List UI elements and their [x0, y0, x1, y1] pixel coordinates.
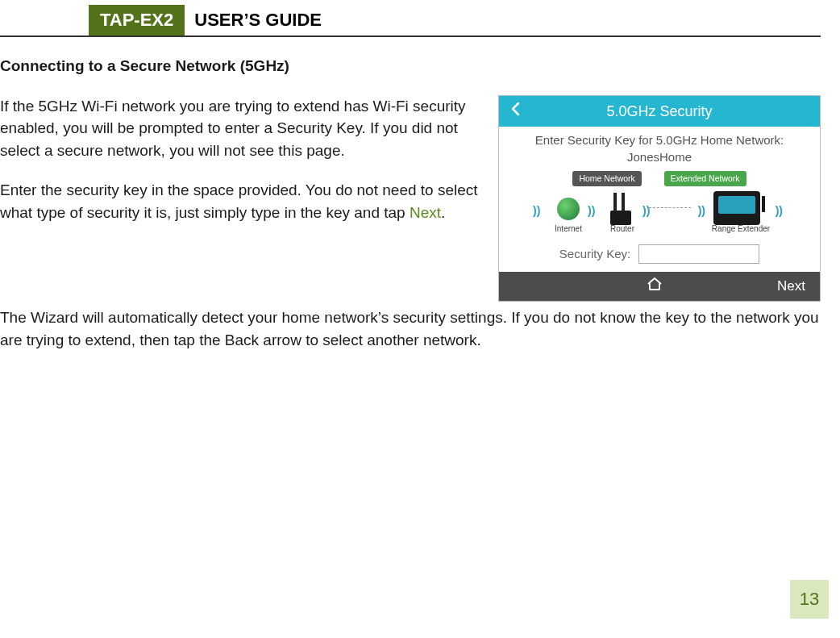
label-internet: Internet: [547, 223, 589, 236]
tag-home-network: Home Network: [572, 171, 641, 186]
internet-icon: [557, 198, 580, 220]
paragraph-2: Enter the security key in the space prov…: [0, 179, 482, 223]
screenshot-header: 5.0GHz Security: [499, 96, 820, 127]
back-icon[interactable]: [499, 99, 531, 123]
extender-icon: [713, 191, 760, 225]
page-number: 13: [790, 580, 829, 619]
connection-line: [649, 207, 691, 208]
next-word: Next: [410, 204, 441, 221]
signal-icon: )): [533, 202, 540, 219]
prompt-network-name: JonesHome: [507, 148, 812, 166]
paragraph-1: If the 5GHz Wi-Fi network you are trying…: [0, 95, 482, 162]
security-key-label: Security Key:: [559, 245, 630, 263]
tag-extended-network: Extended Network: [664, 171, 746, 186]
page-content: Connecting to a Secure Network (5GHz) If…: [0, 37, 840, 351]
network-diagram: )) )) )) )) )) Internet Router Range Ext…: [507, 188, 812, 240]
screenshot-title: 5.0GHz Security: [499, 101, 820, 122]
doc-title: USER’S GUIDE: [185, 5, 322, 35]
security-key-row: Security Key:: [499, 240, 820, 272]
section-title: Connecting to a Secure Network (5GHz): [0, 55, 821, 77]
label-router: Router: [602, 223, 642, 236]
screenshot-footer: Next: [499, 272, 820, 301]
paragraph-2b: .: [441, 204, 445, 221]
label-range-extender: Range Extender: [701, 223, 781, 236]
signal-icon: )): [698, 202, 705, 219]
network-tags: Home Network Extended Network: [499, 171, 820, 186]
home-icon[interactable]: [531, 276, 777, 297]
paragraph-2a: Enter the security key in the space prov…: [0, 181, 478, 221]
security-key-input[interactable]: [638, 244, 759, 264]
paragraph-3: The Wizard will automatically detect you…: [0, 306, 821, 351]
device-screenshot: 5.0GHz Security Enter Security Key for 5…: [498, 95, 821, 302]
product-tag: TAP-EX2: [89, 5, 185, 35]
router-icon: [612, 193, 636, 225]
page-header: TAP-EX2 USER’S GUIDE: [0, 5, 821, 37]
prompt-line-1: Enter Security Key for 5.0GHz Home Netwo…: [535, 133, 784, 147]
next-button[interactable]: Next: [777, 277, 805, 297]
signal-icon: )): [588, 202, 595, 219]
signal-icon: )): [776, 202, 783, 219]
signal-icon: )): [642, 202, 650, 219]
screenshot-prompt: Enter Security Key for 5.0GHz Home Netwo…: [499, 127, 820, 169]
